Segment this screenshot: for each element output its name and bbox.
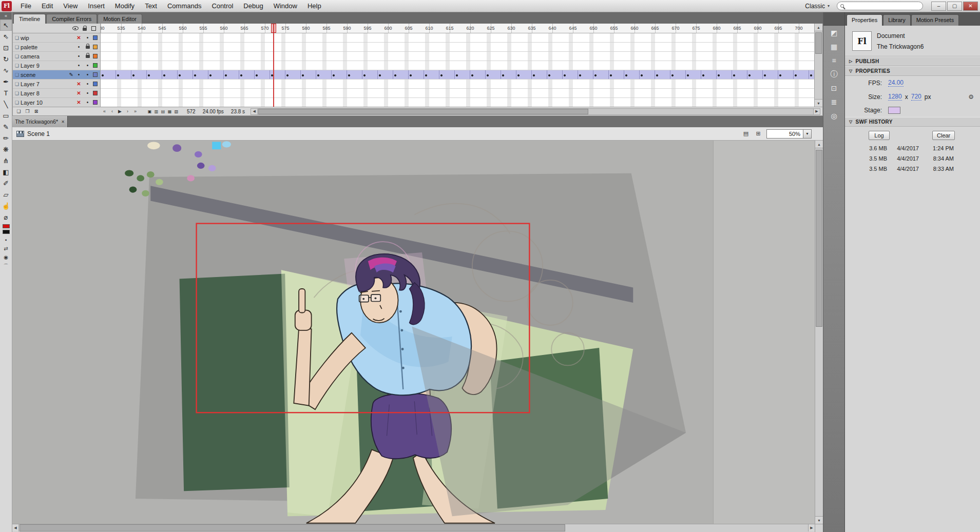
line-tool[interactable]: ╲: [0, 98, 12, 110]
layer-lock-toggle[interactable]: •: [83, 63, 92, 68]
layer-lock-toggle[interactable]: [83, 53, 92, 59]
deco-tool[interactable]: ❋: [0, 144, 12, 155]
layer-lock-toggle[interactable]: •: [83, 35, 92, 41]
scrollbar-thumb[interactable]: [816, 150, 822, 327]
layer-outline-color[interactable]: [93, 91, 98, 95]
scroll-down-icon[interactable]: ▼: [815, 516, 823, 524]
canvas-vertical-scrollbar[interactable]: ▲ ▼: [815, 141, 823, 524]
layer-outline-color[interactable]: [93, 45, 98, 49]
layer-visibility-toggle[interactable]: •: [74, 63, 83, 68]
collapse-tools-icon[interactable]: «: [0, 12, 12, 19]
workspace-switcher[interactable]: Classic ▾: [798, 3, 837, 10]
onion-outlines-button[interactable]: ▤: [160, 108, 166, 115]
scene-label[interactable]: Scene 1: [27, 130, 50, 137]
search-input[interactable]: [837, 2, 923, 10]
restore-button[interactable]: ▢: [947, 2, 962, 11]
center-frame-button[interactable]: ▣: [146, 108, 153, 115]
first-frame-button[interactable]: «: [101, 108, 108, 115]
properties-section-header[interactable]: ▽ PROPERTIES: [845, 66, 980, 76]
brush-tool[interactable]: ✏: [0, 132, 12, 144]
layer-row-layer-7[interactable]: ❏Layer 7✕•: [13, 80, 100, 89]
layer-outline-color[interactable]: [93, 72, 98, 77]
layer-outline-color[interactable]: [93, 63, 98, 68]
play-button[interactable]: ▶: [116, 108, 124, 115]
frames-palette[interactable]: [101, 43, 814, 52]
tab-timeline[interactable]: Timeline: [13, 14, 46, 24]
timeline-horizontal-scrollbar[interactable]: ◀ ▶: [251, 108, 820, 115]
last-frame-button[interactable]: »: [131, 108, 139, 115]
frame-ruler[interactable]: 5305355405455505555605655705755805855905…: [101, 24, 814, 33]
clear-button[interactable]: Clear: [932, 131, 955, 140]
swf-history-section-header[interactable]: ▽ SWF HISTORY: [845, 117, 980, 127]
eyedropper-tool[interactable]: ✐: [0, 178, 12, 189]
lock-all-icon[interactable]: [83, 28, 87, 31]
text-tool[interactable]: T: [0, 87, 12, 98]
tab-motion-presets[interactable]: Motion Presets: [911, 14, 959, 26]
navigator-panel-icon[interactable]: ◎: [823, 109, 844, 123]
new-layer-button[interactable]: ❏: [15, 108, 23, 115]
edit-scene-icon[interactable]: ▤: [742, 130, 750, 137]
stage-canvas[interactable]: [12, 141, 815, 524]
align-panel-icon[interactable]: ≡: [823, 53, 844, 67]
scrollbar-thumb[interactable]: [815, 32, 822, 54]
swatches-panel-icon[interactable]: ▦: [823, 40, 844, 53]
layer-lock-toggle[interactable]: •: [83, 100, 92, 105]
fill-color-swatch[interactable]: [3, 230, 10, 234]
layer-outline-color[interactable]: [93, 35, 98, 40]
layer-lock-toggle[interactable]: [83, 44, 92, 50]
pen-tool[interactable]: ✒: [0, 76, 12, 87]
tool-option-3[interactable]: ⌒: [0, 262, 12, 270]
onion-skin-button[interactable]: ▥: [153, 108, 160, 115]
scroll-left-icon[interactable]: ◀: [12, 524, 19, 531]
frames-layer-8[interactable]: [101, 89, 814, 98]
canvas-horizontal-scrollbar[interactable]: ◀ ▶: [12, 524, 815, 532]
document-tab[interactable]: The Trickwagon6* ✕: [12, 116, 68, 127]
layer-lock-toggle[interactable]: •: [83, 72, 92, 77]
frames-layer-9[interactable]: [101, 61, 814, 70]
menu-item-edit[interactable]: Edit: [36, 0, 58, 12]
history-panel-icon[interactable]: ≣: [823, 95, 844, 109]
scroll-down-icon[interactable]: ▼: [815, 99, 822, 107]
minimize-button[interactable]: –: [931, 2, 946, 11]
scrollbar-thumb[interactable]: [20, 524, 565, 531]
delete-layer-button[interactable]: ⊠: [32, 108, 40, 115]
layer-outline-color[interactable]: [93, 54, 98, 58]
pencil-tool[interactable]: ✎: [0, 121, 12, 132]
transform-panel-icon[interactable]: ⊡: [823, 81, 844, 95]
tab-compiler-errors[interactable]: Compiler Errors: [46, 14, 97, 24]
layer-row-layer-9[interactable]: ❏Layer 9••: [13, 61, 100, 70]
layer-lock-toggle[interactable]: •: [83, 81, 92, 87]
menu-item-help[interactable]: Help: [302, 0, 326, 12]
document-name[interactable]: The Trickwagon6: [877, 43, 924, 50]
stage-color-swatch[interactable]: [888, 107, 900, 114]
tab-library[interactable]: Library: [883, 14, 911, 26]
tab-properties[interactable]: Properties: [847, 14, 882, 26]
size-height-value[interactable]: 720: [911, 93, 921, 101]
hand-tool[interactable]: ☝: [0, 200, 12, 211]
menu-item-debug[interactable]: Debug: [238, 0, 268, 12]
fps-value[interactable]: 24.00: [888, 79, 904, 87]
bone-tool[interactable]: ⋔: [0, 155, 12, 166]
edit-document-settings-icon[interactable]: ⚙: [968, 93, 974, 101]
frames-wip[interactable]: [101, 33, 814, 43]
close-button[interactable]: ✕: [963, 2, 978, 11]
paint-bucket-tool[interactable]: ◧: [0, 166, 12, 178]
frame-rate-value[interactable]: 24.00 fps: [203, 109, 224, 114]
scroll-right-icon[interactable]: ▶: [813, 109, 820, 114]
frames-camera[interactable]: [101, 52, 814, 61]
scroll-up-icon[interactable]: ▲: [815, 24, 822, 31]
menu-item-modify[interactable]: Modify: [110, 0, 140, 12]
layer-row-camera[interactable]: ❏camera•: [13, 52, 100, 61]
layer-visibility-toggle[interactable]: ✕: [74, 81, 83, 87]
layer-row-layer-10[interactable]: ❏Layer 10✕•: [13, 98, 100, 107]
timeline-vertical-scrollbar[interactable]: ▲ ▼: [814, 24, 822, 107]
lasso-tool[interactable]: ∿: [0, 65, 12, 76]
layer-row-layer-8[interactable]: ❏Layer 8✕•: [13, 89, 100, 98]
tab-motion-editor[interactable]: Motion Editor: [98, 14, 142, 24]
rectangle-tool[interactable]: ▭: [0, 110, 12, 121]
modify-markers-button[interactable]: ▧: [173, 108, 180, 115]
stroke-color-swatch[interactable]: [3, 224, 10, 228]
zoom-value-field[interactable]: 50%: [766, 129, 803, 139]
outline-all-icon[interactable]: [91, 26, 96, 31]
layer-visibility-toggle[interactable]: •: [74, 44, 83, 50]
